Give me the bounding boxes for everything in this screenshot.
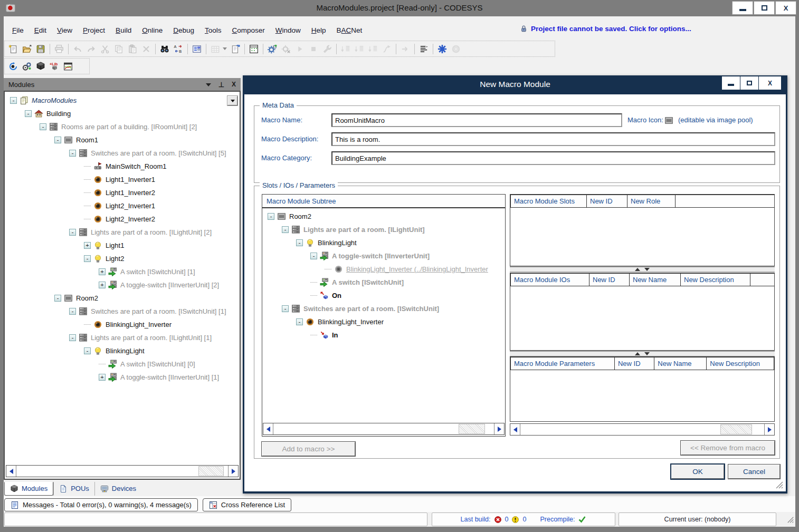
collapse-icon[interactable]: - <box>69 150 76 157</box>
collapse-icon[interactable]: - <box>310 253 317 259</box>
tree-item[interactable]: Light1_Inverter1 <box>6 173 239 186</box>
macro-category-input[interactable] <box>331 151 775 165</box>
collapse-icon[interactable]: - <box>69 334 76 341</box>
dialog-minimize-button[interactable] <box>722 76 740 90</box>
paste-button[interactable] <box>126 42 139 56</box>
composer-settings-button[interactable] <box>435 42 449 56</box>
step-out-button[interactable] <box>366 42 380 56</box>
column-header[interactable]: New ID <box>589 273 630 286</box>
stop-button[interactable] <box>307 42 320 56</box>
menu-item-composer[interactable]: Composer <box>232 26 265 34</box>
splitter-down-icon[interactable] <box>644 352 650 355</box>
library-manager-button[interactable] <box>247 42 261 56</box>
menu-item-debug[interactable]: Debug <box>173 26 194 34</box>
collapse-icon[interactable]: - <box>40 123 46 130</box>
flow-control-button[interactable] <box>417 42 431 56</box>
find-button[interactable] <box>158 42 172 56</box>
expand-icon[interactable]: + <box>99 282 106 288</box>
tree-item[interactable]: BlinkingLight_Inverter (../BlinkingLight… <box>263 263 505 276</box>
remove-from-macro-button[interactable]: << Remove from macro <box>681 441 775 455</box>
menu-item-tools[interactable]: Tools <box>205 26 222 34</box>
tree-item[interactable]: -Lights are part of a room. [ILightUnit]… <box>6 331 239 344</box>
expand-icon[interactable]: + <box>99 374 106 381</box>
composer-update-button[interactable] <box>6 60 20 73</box>
tree-item[interactable]: MainSwitch_Room1 <box>6 160 239 173</box>
clean-button[interactable] <box>279 42 293 56</box>
collapse-icon[interactable]: - <box>10 97 17 104</box>
dialog-close-button[interactable]: X <box>759 76 781 90</box>
tree-item[interactable]: A switch [ISwitchUnit] [0] <box>6 357 239 371</box>
panel-close-icon[interactable]: X <box>232 81 236 88</box>
tree-item[interactable]: -Room2 <box>263 210 505 223</box>
menu-item-edit[interactable]: Edit <box>34 26 46 34</box>
splitter-down-icon[interactable] <box>644 268 650 271</box>
tree-item[interactable]: A switch [ISwitchUnit] <box>263 276 505 289</box>
module-combo-button[interactable] <box>227 96 237 105</box>
redo-button[interactable] <box>84 42 98 56</box>
step-over-button[interactable] <box>339 42 353 56</box>
column-header[interactable]: New Role <box>627 195 676 208</box>
input-assistant-button[interactable] <box>190 42 204 56</box>
undo-button[interactable] <box>71 42 84 56</box>
collapse-icon[interactable]: - <box>296 239 303 246</box>
tab-messages[interactable]: Messages - Total 0 error(s), 0 warning(s… <box>4 498 198 511</box>
panel-menu-icon[interactable] <box>206 83 211 86</box>
subtree-header[interactable]: Macro Module Subtree <box>262 195 505 208</box>
tree-item[interactable]: -Light2 <box>6 252 239 265</box>
tree-item[interactable]: -Rooms are part of a building. [IRoomUni… <box>6 120 239 133</box>
tree-item[interactable]: -Building <box>6 107 239 120</box>
tab-crossref[interactable]: Cross Reference List <box>203 498 291 511</box>
start-button[interactable] <box>293 42 307 56</box>
tab-modules[interactable]: Modules <box>4 482 53 496</box>
menu-item-view[interactable]: View <box>57 26 72 34</box>
tree-item[interactable]: On <box>263 289 505 302</box>
column-header[interactable]: New Name <box>654 357 707 370</box>
menu-item-window[interactable]: Window <box>275 26 301 34</box>
tree-item[interactable]: -Switches are part of a room. [ISwitchUn… <box>6 147 239 160</box>
tab-devices[interactable]: Devices <box>94 482 141 496</box>
tree-item[interactable]: -Room2 <box>6 292 239 305</box>
tree-item[interactable]: Light2_Inverter2 <box>6 212 239 226</box>
scroll-thumb[interactable] <box>459 424 485 434</box>
tree-item[interactable]: BlinkingLight_Inverter <box>6 318 239 331</box>
collapse-icon[interactable]: - <box>296 318 303 325</box>
compile-button[interactable] <box>265 42 279 56</box>
cancel-button[interactable]: Cancel <box>728 465 780 479</box>
tree-item[interactable]: -BlinkingLight <box>6 344 239 357</box>
column-header[interactable]: New Description <box>706 357 774 370</box>
splitter-up-icon[interactable] <box>635 352 640 355</box>
save-project-button[interactable] <box>34 42 47 56</box>
composer-signal-diagram-button[interactable] <box>61 60 75 73</box>
table-splitter[interactable] <box>510 351 775 356</box>
menu-item-online[interactable]: Online <box>142 26 163 34</box>
expand-icon[interactable]: + <box>84 242 91 249</box>
save-notification[interactable]: Project file cannot be saved. Click for … <box>520 25 691 33</box>
tree-item[interactable]: -BlinkingLight_Inverter <box>263 315 505 328</box>
online-tools-button[interactable] <box>320 42 334 56</box>
tree-item[interactable]: +Light1 <box>6 239 239 252</box>
dialog-maximize-button[interactable] <box>740 76 758 90</box>
collapse-icon[interactable]: - <box>84 255 91 262</box>
scroll-thumb[interactable] <box>720 424 752 434</box>
tree-item[interactable]: -Lights are part of a room. [ILightUnit]… <box>6 226 239 239</box>
menu-item-bacnet[interactable]: BACNet <box>337 26 363 34</box>
composer-module-gears-button[interactable] <box>20 60 34 73</box>
window-minimize-button[interactable] <box>732 1 753 15</box>
replace-button[interactable]: AB <box>172 42 185 56</box>
scroll-right-icon[interactable] <box>228 466 238 477</box>
scroll-left-icon[interactable] <box>6 466 16 477</box>
collapse-icon[interactable]: - <box>54 137 61 143</box>
scroll-right-icon[interactable] <box>494 423 504 434</box>
dialog-titlebar[interactable]: New Macro Module X <box>243 75 787 94</box>
delete-button[interactable] <box>139 42 153 56</box>
column-header[interactable]: New Name <box>629 273 681 286</box>
scroll-left-icon[interactable] <box>510 424 520 435</box>
collapse-icon[interactable]: - <box>69 229 76 236</box>
collapse-icon[interactable]: - <box>54 295 61 302</box>
collapse-icon[interactable]: - <box>268 213 274 220</box>
column-header[interactable]: Macro Module Parameters <box>510 357 615 370</box>
tree-item[interactable]: +A toggle-switch [IInverterUnit] [1] <box>6 371 239 384</box>
dialog-resize-grip[interactable] <box>775 481 784 489</box>
tree-item[interactable]: In <box>263 328 505 342</box>
composer-add-library-button[interactable]: +Lib <box>47 60 61 73</box>
